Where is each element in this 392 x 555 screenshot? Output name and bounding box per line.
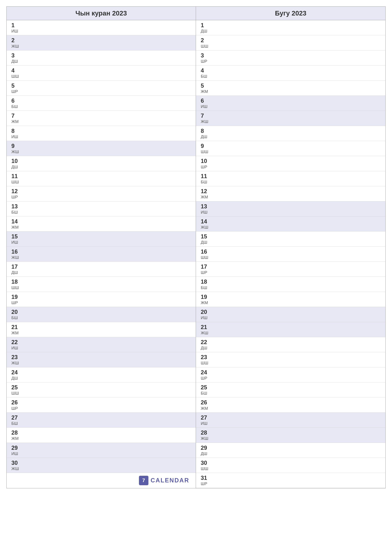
day-number: 6 [201, 97, 381, 104]
day-label: ЖМ [11, 436, 191, 441]
day-number: 13 [201, 203, 381, 210]
day-number: 10 [11, 158, 191, 164]
day-number: 12 [201, 188, 381, 195]
day-number: 16 [201, 248, 381, 255]
day-cell: 2ШШ [196, 35, 385, 50]
day-label: ШР [11, 195, 191, 199]
day-label: БШ [11, 315, 191, 320]
day-cell: 11БШ [196, 171, 385, 186]
day-cell: 13ИШ [196, 201, 385, 216]
day-cell: 12ЖМ [196, 186, 385, 201]
day-label: ЖШ [201, 436, 381, 441]
day-cell: 8ИШ [7, 126, 196, 141]
day-label: ЖШ [201, 225, 381, 230]
day-label: ИШ [201, 104, 381, 109]
day-number: 9 [11, 143, 191, 149]
day-number: 27 [201, 414, 381, 421]
day-cell: 20ИШ [196, 307, 385, 322]
day-cell: 19ЖМ [196, 292, 385, 307]
left-month-header: Чын куран 2023 [7, 7, 196, 20]
day-number: 2 [201, 37, 381, 44]
day-label: ШР [201, 376, 381, 381]
day-cell: 17ШР [196, 262, 385, 277]
day-number: 8 [11, 128, 191, 134]
day-number: 7 [201, 112, 381, 119]
day-number: 17 [11, 263, 191, 270]
day-number: 15 [11, 233, 191, 240]
day-cell: 28ЖШ [196, 428, 385, 443]
day-cell: 5ЖМ [196, 81, 385, 96]
day-number: 30 [201, 460, 381, 466]
day-number: 15 [201, 233, 381, 240]
day-label: ШШ [201, 466, 381, 471]
day-label: ШШ [201, 361, 381, 365]
day-number: 14 [11, 218, 191, 225]
day-cell: 10ДШ [7, 156, 196, 171]
day-label: ДШ [11, 165, 191, 169]
day-number: 30 [11, 460, 191, 466]
day-cell: 14ЖШ [196, 216, 385, 232]
day-label: ЖШ [11, 44, 191, 49]
day-label: БШ [201, 180, 381, 184]
calendar-text: CALENDAR [151, 477, 189, 484]
day-label: ИШ [11, 451, 191, 456]
day-label: ИШ [201, 421, 381, 426]
day-label: ШШ [11, 285, 191, 290]
day-label: ДШ [201, 134, 381, 139]
day-number: 10 [201, 158, 381, 164]
day-label: ДШ [11, 376, 191, 381]
day-label: ШШ [11, 74, 191, 79]
day-cell: 29ИШ [7, 443, 196, 458]
day-number: 11 [201, 173, 381, 180]
day-number: 18 [201, 278, 381, 285]
day-cell: 17ДШ [7, 262, 196, 277]
day-number: 22 [201, 339, 381, 345]
day-number: 29 [11, 445, 191, 451]
day-label: ЖМ [11, 225, 191, 230]
day-cell: 3ДШ [7, 51, 196, 66]
day-label: ЖШ [11, 149, 191, 154]
day-label: ИШ [201, 315, 381, 320]
day-number: 17 [201, 263, 381, 270]
day-label: ДШ [11, 59, 191, 64]
day-label: ШР [201, 165, 381, 169]
day-cell: 18ШШ [7, 277, 196, 292]
day-cell: 12ШР [7, 186, 196, 201]
day-number: 3 [11, 52, 191, 59]
day-cell: 7ЖШ [196, 111, 385, 126]
day-cell: 30ЖШ [7, 458, 196, 473]
day-label: ЖШ [11, 255, 191, 260]
day-number: 25 [11, 384, 191, 391]
day-cell: 27БШ [7, 413, 196, 428]
day-cell: 16ШШ [196, 247, 385, 262]
day-cell: 23ШШ [196, 352, 385, 367]
day-cell: 19ШР [7, 292, 196, 307]
day-number: 12 [11, 188, 191, 195]
day-cell: 4БШ [196, 66, 385, 80]
day-label: ЖШ [201, 330, 381, 336]
day-number: 1 [11, 22, 191, 29]
day-label: ШШ [201, 44, 381, 49]
calendar-icon: 7 [139, 476, 149, 485]
day-cell: 22ИШ [7, 337, 196, 352]
day-label: ДШ [201, 451, 381, 456]
day-cell: 22ДШ [196, 337, 385, 352]
day-cell: 1ИШ [7, 20, 196, 35]
day-number: 18 [11, 278, 191, 285]
day-cell: 9ЖШ [7, 141, 196, 156]
day-number: 24 [201, 369, 381, 376]
day-number: 23 [11, 354, 191, 361]
footer-left: 7 CALENDAR [7, 473, 196, 488]
day-label: ШР [201, 59, 381, 64]
day-cell: 21ЖМ [7, 322, 196, 337]
day-cell: 29ДШ [196, 443, 385, 458]
day-number: 24 [11, 369, 191, 376]
day-label: БШ [201, 74, 381, 79]
day-number: 4 [201, 67, 381, 74]
day-label: ДШ [11, 270, 191, 275]
day-label: БШ [11, 210, 191, 215]
day-cell: 7ЖМ [7, 111, 196, 126]
day-label: ЖШ [11, 361, 191, 365]
day-label: ИШ [201, 210, 381, 215]
day-cell: 28ЖМ [7, 428, 196, 443]
